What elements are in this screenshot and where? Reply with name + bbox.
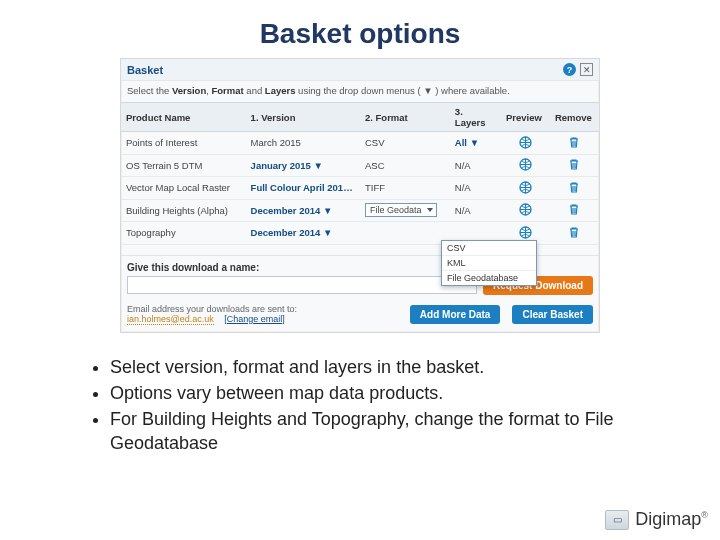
help-icon[interactable]: ? xyxy=(563,63,576,76)
version-cell[interactable]: January 2015 ▼ xyxy=(251,160,323,171)
email-label: Email address your downloads are sent to… xyxy=(127,304,398,314)
instr-b1: Version xyxy=(172,85,206,96)
instr-m2: and xyxy=(244,85,265,96)
globe-icon[interactable] xyxy=(518,225,532,239)
format-dropdown-popup[interactable]: CSVKMLFile Geodatabase xyxy=(441,240,537,286)
download-name-input[interactable] xyxy=(127,276,477,294)
change-email-link[interactable]: [Change email] xyxy=(224,314,285,324)
globe-icon[interactable] xyxy=(518,203,532,217)
layers-cell: N/A xyxy=(455,182,471,193)
instruction-text: Select the Version, Format and Layers us… xyxy=(121,81,599,102)
brand-corner: ▭ Digimap® xyxy=(605,509,708,530)
version-cell: March 2015 xyxy=(251,137,301,148)
instr-b2: Format xyxy=(212,85,244,96)
email-address: ian.holmes@ed.ac.uk xyxy=(127,314,214,325)
version-cell[interactable]: December 2014 ▼ xyxy=(251,227,333,238)
instr-pre: Select the xyxy=(127,85,172,96)
digimap-logo-icon: ▭ xyxy=(605,510,629,530)
bullet-item: Options vary between map data products. xyxy=(110,381,660,405)
table-row: Building Heights (Alpha)December 2014 ▼F… xyxy=(121,199,599,222)
format-select[interactable]: File Geodata xyxy=(365,203,437,217)
trash-icon[interactable] xyxy=(567,225,581,239)
products-table: Product Name 1. Version 2. Format 3. Lay… xyxy=(121,102,599,245)
globe-icon[interactable] xyxy=(518,158,532,172)
format-cell: CSV xyxy=(365,137,385,148)
format-cell: ASC xyxy=(365,160,385,171)
table-row: Points of InterestMarch 2015CSVAll ▼ xyxy=(121,132,599,155)
format-cell: TIFF xyxy=(365,182,385,193)
th-format: 2. Format xyxy=(360,103,450,132)
instr-post: using the drop down menus ( ▼ ) where av… xyxy=(295,85,509,96)
trash-icon[interactable] xyxy=(567,135,581,149)
layers-cell: N/A xyxy=(455,205,471,216)
version-cell[interactable]: December 2014 ▼ xyxy=(251,205,333,216)
product-name: OS Terrain 5 DTM xyxy=(126,160,202,171)
brand-text: Digimap® xyxy=(635,509,708,530)
bullet-item: Select version, format and layers in the… xyxy=(110,355,660,379)
th-version: 1. Version xyxy=(246,103,360,132)
th-layers: 3. Layers xyxy=(450,103,501,132)
table-row: Vector Map Local RasterFull Colour April… xyxy=(121,177,599,200)
layers-cell: N/A xyxy=(455,160,471,171)
basket-panel: Basket ? ✕ Select the Version, Format an… xyxy=(120,58,600,333)
slide-title: Basket options xyxy=(0,0,720,58)
panel-header: Basket ? ✕ xyxy=(121,59,599,81)
layers-cell[interactable]: All ▼ xyxy=(455,137,479,148)
bullet-list: Select version, format and layers in the… xyxy=(70,355,660,456)
trash-icon[interactable] xyxy=(567,180,581,194)
trash-icon[interactable] xyxy=(567,203,581,217)
dropdown-option[interactable]: CSV xyxy=(442,241,536,256)
product-name: Topography xyxy=(126,227,176,238)
th-remove: Remove xyxy=(550,103,599,132)
email-row: Email address your downloads are sent to… xyxy=(121,299,599,332)
clear-basket-button[interactable]: Clear Basket xyxy=(512,305,593,324)
product-name: Vector Map Local Raster xyxy=(126,182,230,193)
product-name: Building Heights (Alpha) xyxy=(126,205,228,216)
instr-b3: Layers xyxy=(265,85,296,96)
panel-title: Basket xyxy=(127,64,563,76)
product-name: Points of Interest xyxy=(126,137,197,148)
close-icon[interactable]: ✕ xyxy=(580,63,593,76)
bullet-item: For Building Heights and Topography, cha… xyxy=(110,407,660,456)
table-row: OS Terrain 5 DTMJanuary 2015 ▼ASCN/A xyxy=(121,154,599,177)
globe-icon[interactable] xyxy=(518,135,532,149)
add-more-data-button[interactable]: Add More Data xyxy=(410,305,501,324)
th-product: Product Name xyxy=(121,103,246,132)
dropdown-option[interactable]: KML xyxy=(442,256,536,271)
version-cell[interactable]: Full Colour April 201… xyxy=(251,182,353,193)
th-preview: Preview xyxy=(501,103,550,132)
dropdown-option[interactable]: File Geodatabase xyxy=(442,271,536,285)
globe-icon[interactable] xyxy=(518,180,532,194)
trash-icon[interactable] xyxy=(567,158,581,172)
